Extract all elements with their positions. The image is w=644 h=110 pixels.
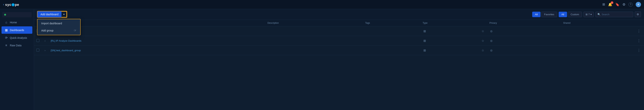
row-star-cell: ☆ (478, 46, 487, 55)
row-shared-cell (561, 26, 634, 36)
columns-count: 7 (588, 13, 590, 16)
row-name-cell: [RL] IP Analyze Dashboards (48, 36, 265, 46)
row-expand-button[interactable]: › (44, 49, 46, 52)
col-name: Name (48, 20, 265, 26)
row-more-button[interactable]: ⋮ (636, 38, 642, 43)
dashboards-table: Name Description Tags Type Privacy Share… (34, 20, 644, 55)
avatar[interactable]: A (636, 2, 641, 7)
dropdown-menu: Import dashboard Add group ☞ (37, 19, 80, 35)
add-dashboard-button[interactable]: Add dashboard (38, 11, 62, 17)
row-more-cell: ⋮ (634, 46, 644, 55)
bell-icon[interactable]: 🔔 1 (608, 2, 612, 6)
row-privacy-cell: ◎ (487, 26, 561, 36)
type-icon: ⊞ (423, 49, 426, 52)
row-checkbox[interactable] (36, 49, 39, 52)
row-tags-cell (363, 26, 420, 36)
dropdown-add-group[interactable]: Add group ☞ (38, 27, 80, 34)
row-star-cell: ☆ (478, 36, 487, 46)
row-name-link[interactable]: [SN] test_dashboard_group (51, 49, 81, 52)
row-checkbox-cell (34, 46, 42, 55)
help-icon[interactable]: ? (628, 2, 633, 6)
privacy-icon-button[interactable]: ◎ (490, 39, 493, 43)
row-checkbox[interactable] (36, 39, 39, 42)
search-input[interactable] (602, 12, 631, 17)
row-checkbox-cell (34, 36, 42, 46)
privacy-icon-button[interactable]: ◎ (490, 49, 493, 52)
cursor-icon: ☞ (74, 29, 76, 32)
dropdown-item-label: Import dashboard (41, 22, 62, 25)
status-dot (4, 14, 6, 16)
row-name-cell: [AC] Assets (48, 26, 265, 36)
star-button[interactable]: ☆ (481, 39, 485, 43)
settings-icon: ⚙ (636, 13, 639, 16)
notification-badge: 1 (611, 1, 613, 4)
toolbar: Add dashboard ▾ All Favorites All Custom… (34, 9, 644, 20)
raw-data-icon: ≡ (4, 44, 8, 47)
filter-all-button[interactable]: All (532, 12, 540, 17)
col-tags: Tags (363, 20, 420, 26)
grid-icon[interactable]: ⊞ (602, 2, 605, 6)
filter-favorites-button[interactable]: Favorites (541, 12, 557, 17)
columns-grid-icon: ⊞ (586, 13, 588, 16)
row-more-cell: ⋮ (634, 36, 644, 46)
sidebar-item-quick-analysis[interactable]: ⟳ Quick Analysis (2, 34, 32, 42)
row-type-cell: ⊞ (420, 46, 478, 55)
row-expand-cell: › (42, 46, 48, 55)
add-dashboard-dropdown-button[interactable]: ▾ (62, 11, 67, 17)
table-row: › [AC] Assets ⊞ ☆ (34, 26, 644, 36)
table-row: › [RL] IP Analyze Dashboards ⊞ ☆ (34, 36, 644, 46)
row-privacy-cell: ◎ (487, 46, 561, 55)
row-tags-cell (363, 36, 420, 46)
filter-custom-button[interactable]: Custom (568, 12, 582, 17)
row-expand-button[interactable]: › (44, 40, 46, 42)
columns-selector-button[interactable]: ⊞ 7 ▾ (584, 12, 594, 17)
filter-group-all-custom: All Custom (559, 12, 582, 17)
columns-arrow-icon: ▾ (590, 13, 592, 16)
filter-all2-button[interactable]: All (559, 12, 567, 17)
privacy-icon-button[interactable]: ◎ (490, 29, 493, 33)
search-icon: 🔍 (598, 13, 600, 16)
search-box: 🔍 (596, 12, 633, 17)
table-row: › [SN] test_dashboard_group ⊞ ☆ (34, 46, 644, 55)
table-settings-button[interactable]: ⚙ (635, 11, 641, 17)
col-shared: Shared (561, 20, 634, 26)
add-dashboard-group: Add dashboard ▾ (37, 11, 67, 18)
row-type-cell: ⊞ (420, 36, 478, 46)
filter-group-all-favorites: All Favorites (532, 12, 557, 17)
row-expand-cell: › (42, 36, 48, 46)
row-more-button[interactable]: ⋮ (636, 29, 642, 34)
sidebar-item-label: Home (10, 21, 17, 24)
row-name-link[interactable]: [RL] IP Analyze Dashboards (51, 39, 81, 42)
logo-text: syc◉pe (5, 2, 19, 7)
sidebar-item-label: Dashboards (10, 29, 24, 32)
logo: ‹ syc◉pe (3, 2, 19, 7)
sidebar-item-home[interactable]: ⌂ Home (2, 19, 32, 26)
content-area: Add dashboard ▾ All Favorites All Custom… (34, 9, 644, 110)
star-button[interactable]: ☆ (481, 48, 485, 53)
sidebar-item-label: Quick Analysis (10, 36, 27, 39)
dropdown-import-dashboard[interactable]: Import dashboard (38, 20, 80, 27)
dashboards-icon: ▦ (4, 28, 8, 32)
sidebar-status (2, 12, 32, 17)
table-header-row: Name Description Tags Type Privacy Share… (34, 20, 644, 26)
sidebar-item-raw-data[interactable]: ≡ Raw Data (2, 42, 32, 49)
gear-icon[interactable]: ⚙ (622, 2, 626, 6)
topbar: ‹ syc◉pe ⊞ 🔔 1 🔖 ⚙ ? A (0, 0, 644, 9)
row-description-cell (265, 46, 363, 55)
topbar-icons: ⊞ 🔔 1 🔖 ⚙ ? A (602, 2, 641, 7)
row-shared-cell (561, 36, 634, 46)
bookmark-icon[interactable]: 🔖 (615, 2, 620, 6)
star-button[interactable]: ☆ (481, 29, 485, 33)
main-layout: ⌂ Home ▦ Dashboards ⟳ Quick Analysis ≡ R… (0, 9, 644, 110)
col-description: Description (265, 20, 363, 26)
home-icon: ⌂ (4, 21, 8, 24)
row-privacy-cell: ◎ (487, 36, 561, 46)
sidebar-item-label: Raw Data (10, 44, 22, 47)
sidebar-item-dashboards[interactable]: ▦ Dashboards (2, 26, 32, 34)
row-shared-cell (561, 46, 634, 55)
row-star-cell: ☆ (478, 26, 487, 36)
col-privacy: Privacy (487, 20, 561, 26)
chevron-left-icon: ‹ (3, 3, 4, 6)
row-description-cell (265, 26, 363, 36)
row-more-button[interactable]: ⋮ (636, 48, 642, 53)
